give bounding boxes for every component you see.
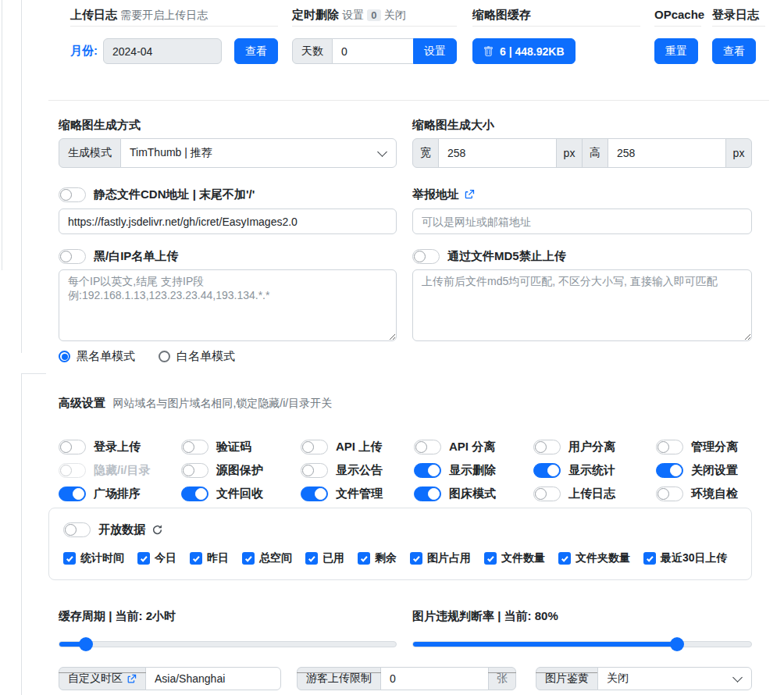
checkbox-剩余[interactable] xyxy=(358,552,370,565)
switch-cell: 验证码 xyxy=(181,439,251,454)
card-border-left-outer xyxy=(2,0,2,270)
open-data-toggle[interactable] xyxy=(63,522,91,537)
toggle-用户分离[interactable] xyxy=(533,440,561,454)
cdn-toggle[interactable] xyxy=(59,187,86,202)
toggle-label: 环境自检 xyxy=(691,486,738,501)
height-unit: px xyxy=(725,138,752,168)
divider xyxy=(472,26,640,27)
checkbox-文件数量[interactable] xyxy=(484,552,497,565)
switch-cell: API 分离 xyxy=(414,439,495,454)
slider-thumb[interactable] xyxy=(670,637,684,651)
checkbox-已用[interactable] xyxy=(305,552,318,565)
refresh-icon[interactable] xyxy=(151,524,163,536)
toggle-管理分离[interactable] xyxy=(656,440,683,454)
checkbox-label: 昨日 xyxy=(207,551,229,565)
checkbox-总空间[interactable] xyxy=(242,552,255,565)
md5-textarea[interactable] xyxy=(412,269,752,341)
clear-thumb-cache-button[interactable]: 6 | 448.92KB xyxy=(472,38,576,64)
set-days-button[interactable]: 设置 xyxy=(413,38,457,64)
divider xyxy=(712,26,765,27)
guest-limit-unit: 张 xyxy=(488,667,516,690)
md5-ban-toggle[interactable] xyxy=(412,249,440,264)
toggle-验证码[interactable] xyxy=(181,440,208,454)
thumb-cache-section: 缩略图缓存 6 | 448.92KB xyxy=(472,6,640,64)
thumb-width-input[interactable] xyxy=(438,138,557,168)
report-address-input[interactable] xyxy=(412,208,752,234)
toggle-广场排序[interactable] xyxy=(59,486,86,501)
ip-list-textarea[interactable] xyxy=(59,269,397,341)
slider-track xyxy=(59,641,397,647)
cdn-url-input[interactable] xyxy=(59,208,397,234)
porn-check-select[interactable]: 关闭 xyxy=(597,667,752,690)
cdn-label: 静态文件CDN地址 | 末尾不加'/' xyxy=(94,187,255,202)
switch-cell: 登录上传 xyxy=(59,439,141,454)
slider-thumb[interactable] xyxy=(79,637,93,651)
view-login-log-button[interactable]: 查看 xyxy=(712,38,756,64)
advanced-subtitle: 网站域名与图片域名相同,锁定隐藏/i/目录开关 xyxy=(112,397,332,409)
thumb-mode-title: 缩略图生成方式 xyxy=(59,117,397,133)
checkbox-最近30日上传[interactable] xyxy=(643,552,656,565)
toggle-显示删除[interactable] xyxy=(414,463,441,478)
divider xyxy=(292,26,457,27)
blacklist-mode-radio[interactable] xyxy=(59,351,70,362)
toggle-文件回收[interactable] xyxy=(181,486,208,501)
external-link-icon[interactable] xyxy=(464,189,475,200)
timezone-input[interactable] xyxy=(145,667,281,690)
switch-cell: 管理分离 xyxy=(656,439,738,454)
toggle-环境自检[interactable] xyxy=(656,486,683,501)
thumb-mode-addon: 生成模式 xyxy=(59,138,121,168)
toggle-label: 管理分离 xyxy=(691,440,738,454)
checkbox-label: 总空间 xyxy=(259,551,292,565)
month-input[interactable] xyxy=(103,38,222,64)
toggle-源图保护[interactable] xyxy=(181,463,208,478)
timed-delete-title: 定时删除 设置 0 关闭 xyxy=(292,6,457,23)
thumb-height-input[interactable] xyxy=(608,138,726,168)
thumb-mode-select[interactable]: TimThumb | 推荐 xyxy=(120,138,397,168)
width-addon: 宽 xyxy=(412,138,439,168)
stat-checkbox-item: 最近30日上传 xyxy=(643,551,728,565)
toggle-label: 广场排序 xyxy=(94,486,141,501)
month-label: 月份: xyxy=(70,44,98,59)
switch-cell: 文件管理 xyxy=(301,486,383,501)
timezone-addon: 自定义时区 xyxy=(59,667,146,690)
switch-cell: 广场排序 xyxy=(59,486,141,501)
checkbox-今日[interactable] xyxy=(137,552,150,565)
thumb-cache-count: 6 | 448.92KB xyxy=(500,45,565,58)
slider-track xyxy=(412,641,752,647)
upload-log-section: 上传日志 需要开启上传日志 月份: 查看 xyxy=(70,6,278,64)
toggle-API 分离[interactable] xyxy=(414,440,441,454)
timezone-group: 自定义时区 xyxy=(59,667,281,690)
checkbox-图片占用[interactable] xyxy=(410,552,422,565)
view-upload-log-button[interactable]: 查看 xyxy=(234,38,278,64)
checkbox-label: 文件夹数量 xyxy=(576,551,630,565)
porn-check-addon: 图片鉴黄 xyxy=(536,667,598,690)
ip-list-block: 黑/白IP名单上传 黑名单模式 白名单模式 xyxy=(59,248,397,364)
ip-list-toggle[interactable] xyxy=(59,249,86,264)
toggle-显示统计[interactable] xyxy=(533,463,561,478)
checkbox-统计时间[interactable] xyxy=(63,552,76,565)
login-log-title: 登录日志 xyxy=(712,6,765,23)
whitelist-mode-radio[interactable] xyxy=(159,351,170,362)
toggle-API 上传[interactable] xyxy=(301,440,328,454)
checkbox-文件夹数量[interactable] xyxy=(558,552,571,565)
stat-checkbox-row: 统计时间今日昨日总空间已用剩余图片占用文件数量文件夹数量最近30日上传 xyxy=(63,551,728,565)
advanced-switch-grid: 登录上传验证码API 上传API 分离用户分离管理分离隐藏/i/目录源图保护显示… xyxy=(59,439,771,503)
stat-checkbox-item: 文件数量 xyxy=(484,551,545,565)
toggle-关闭设置[interactable] xyxy=(656,463,683,478)
external-link-icon[interactable] xyxy=(127,674,137,684)
opcache-reset-button[interactable]: 重置 xyxy=(654,38,698,64)
toggle-显示公告[interactable] xyxy=(301,463,328,478)
toggle-label: 关闭设置 xyxy=(691,463,738,478)
violation-rate-slider[interactable] xyxy=(412,637,752,651)
toggle-登录上传[interactable] xyxy=(59,440,86,454)
switch-cell: 隐藏/i/目录 xyxy=(59,462,151,478)
guest-limit-input[interactable] xyxy=(380,667,489,690)
chevron-down-icon xyxy=(732,672,743,683)
stat-checkbox-item: 剩余 xyxy=(358,551,397,565)
toggle-文件管理[interactable] xyxy=(301,486,328,501)
cache-period-slider[interactable] xyxy=(59,637,397,651)
days-input[interactable] xyxy=(332,38,414,64)
toggle-上传日志[interactable] xyxy=(533,486,561,501)
checkbox-昨日[interactable] xyxy=(190,552,202,565)
toggle-图床模式[interactable] xyxy=(414,486,441,501)
